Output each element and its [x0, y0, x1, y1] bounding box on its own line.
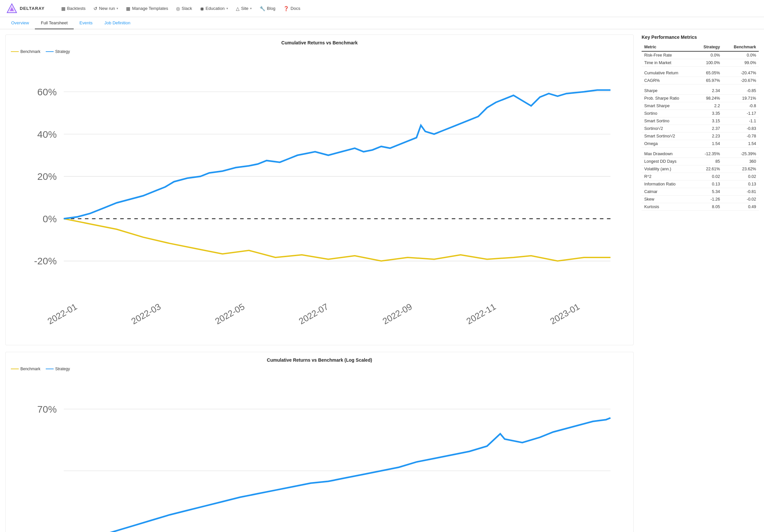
site-label: Site [241, 6, 249, 11]
nav-item-new-run[interactable]: ↺ New run ▾ [90, 4, 121, 13]
metric-name: Prob. Sharpe Ratio [642, 95, 694, 102]
metric-benchmark: -1.1 [722, 117, 759, 125]
benchmark-chart1-line [64, 219, 611, 261]
nav-item-blog[interactable]: 🔧 Blog [256, 4, 279, 13]
nav-item-backtests[interactable]: ▦ Backtests [58, 4, 89, 13]
metric-name: Omega [642, 140, 694, 148]
chart2-container: Cumulative Returns vs Benchmark (Log Sca… [5, 352, 634, 532]
metric-benchmark: -0.02 [722, 196, 759, 203]
metric-strategy: 65.05% [694, 69, 722, 77]
svg-text:60%: 60% [37, 86, 57, 97]
metric-benchmark: 23.62% [722, 165, 759, 173]
benchmark-label: Benchmark [20, 49, 41, 54]
table-row: Smart Sortino/√2 2.23 -0.78 [642, 133, 759, 140]
logo[interactable]: DeltaRay [7, 3, 45, 14]
metric-strategy: 3.35 [694, 110, 722, 117]
metric-benchmark: -1.17 [722, 110, 759, 117]
metric-benchmark: -0.85 [722, 87, 759, 95]
metric-strategy: 5.34 [694, 188, 722, 196]
nav-item-slack[interactable]: ◎ Slack [173, 4, 195, 13]
chart2-title: Cumulative Returns vs Benchmark (Log Sca… [11, 357, 628, 363]
table-row: Sharpe 2.34 -0.85 [642, 87, 759, 95]
chart2-legend-benchmark: Benchmark [11, 367, 41, 371]
svg-text:70%: 70% [37, 404, 57, 415]
logo-icon [7, 3, 17, 14]
tab-events[interactable]: Events [74, 17, 99, 29]
metric-benchmark: 0.0% [722, 51, 759, 59]
slack-label: Slack [182, 6, 192, 11]
tab-full-tearsheet[interactable]: Full Tearsheet [35, 17, 74, 29]
table-row: Omega 1.54 1.54 [642, 140, 759, 148]
metric-benchmark: 360 [722, 158, 759, 165]
metric-strategy: 85 [694, 158, 722, 165]
strategy-line-icon [46, 51, 54, 52]
metric-benchmark: 1.54 [722, 140, 759, 148]
metric-strategy: 100.0% [694, 59, 722, 67]
metrics-column: Key Performance Metrics Metric Strategy … [634, 35, 759, 532]
metric-strategy: 0.02 [694, 173, 722, 181]
nav-item-manage-templates[interactable]: ▦ Manage Templates [123, 4, 171, 13]
benchmark2-label: Benchmark [20, 367, 41, 371]
site-arrow: ▾ [250, 7, 252, 10]
table-row: Longest DD Days 85 360 [642, 158, 759, 165]
metric-benchmark: -20.67% [722, 77, 759, 84]
metric-strategy: -12.35% [694, 150, 722, 158]
tab-overview[interactable]: Overview [5, 17, 35, 29]
svg-text:-20%: -20% [34, 255, 57, 266]
new-run-icon: ↺ [94, 6, 97, 11]
metric-benchmark: 0.02 [722, 173, 759, 181]
table-row: R^2 0.02 0.02 [642, 173, 759, 181]
metric-name: Information Ratio [642, 181, 694, 188]
table-row: CAGR% 65.97% -20.67% [642, 77, 759, 84]
strategy2-line-icon [46, 369, 54, 369]
metric-strategy: 0.13 [694, 181, 722, 188]
metric-name: Kurtosis [642, 203, 694, 211]
svg-text:2022-03: 2022-03 [130, 302, 162, 326]
new-run-label: New run [99, 6, 115, 11]
chart1-title: Cumulative Returns vs Benchmark [11, 40, 628, 45]
nav-item-education[interactable]: ◉ Education ▾ [197, 4, 231, 13]
table-row: Prob. Sharpe Ratio 98.24% 19.71% [642, 95, 759, 102]
metric-name: Volatility (ann.) [642, 165, 694, 173]
metric-benchmark: 0.49 [722, 203, 759, 211]
table-row: Information Ratio 0.13 0.13 [642, 181, 759, 188]
chart2-svg-wrap: 70% -30% 2022-01 2022-03 2022-05 2022-07… [11, 374, 628, 532]
chart1-legend-strategy: Strategy [46, 49, 70, 54]
strategy-label: Strategy [55, 49, 70, 54]
col-header-metric: Metric [642, 43, 694, 51]
svg-text:0%: 0% [43, 213, 57, 224]
strategy-chart1-line [64, 90, 611, 219]
blog-label: Blog [267, 6, 276, 11]
svg-text:2022-05: 2022-05 [213, 302, 246, 326]
metric-strategy: 2.34 [694, 87, 722, 95]
metric-name: Sortino [642, 110, 694, 117]
table-spacer [642, 148, 759, 151]
docs-icon: ❓ [283, 6, 289, 11]
chart2-legend-strategy: Strategy [46, 367, 70, 371]
metric-name: Sortino/√2 [642, 125, 694, 133]
metric-name: Smart Sortino [642, 117, 694, 125]
table-row: Max Drawdown -12.35% -25.39% [642, 150, 759, 158]
metric-strategy: 0.0% [694, 51, 722, 59]
svg-text:2022-01: 2022-01 [46, 302, 79, 326]
metric-name: Max Drawdown [642, 150, 694, 158]
charts-column: Cumulative Returns vs Benchmark Benchmar… [5, 35, 634, 532]
svg-text:2022-09: 2022-09 [381, 302, 414, 326]
slack-icon: ◎ [176, 6, 180, 11]
metric-name: Sharpe [642, 87, 694, 95]
chart1-legend: Benchmark Strategy [11, 49, 628, 54]
nav-item-docs[interactable]: ❓ Docs [280, 4, 304, 13]
logo-text: DeltaRay [20, 6, 45, 11]
table-row: Sortino 3.35 -1.17 [642, 110, 759, 117]
col-header-strategy: Strategy [694, 43, 722, 51]
manage-templates-label: Manage Templates [132, 6, 168, 11]
table-row: Smart Sharpe 2.2 -0.8 [642, 102, 759, 110]
metric-name: Risk-Free Rate [642, 51, 694, 59]
table-row: Risk-Free Rate 0.0% 0.0% [642, 51, 759, 59]
tab-job-definition[interactable]: Job Definition [98, 17, 136, 29]
nav-item-site[interactable]: △ Site ▾ [233, 4, 255, 13]
svg-text:2022-07: 2022-07 [297, 302, 330, 326]
table-spacer [642, 84, 759, 87]
metric-name: Calmar [642, 188, 694, 196]
table-row: Volatility (ann.) 22.61% 23.62% [642, 165, 759, 173]
